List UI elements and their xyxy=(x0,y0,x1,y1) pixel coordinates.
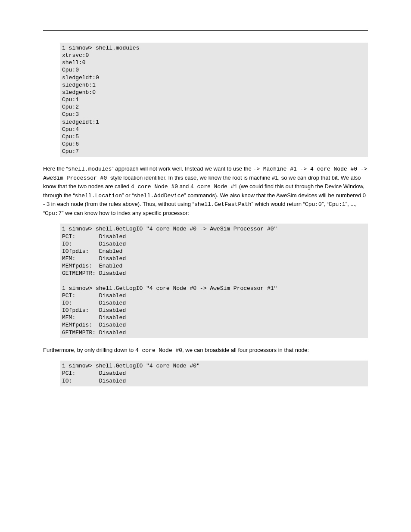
paragraph-2: Furthermore, by only drilling down to 4 … xyxy=(43,346,368,355)
inline-code: shell.GetFastPath xyxy=(194,201,252,208)
inline-code: 4 core Node #1 xyxy=(190,184,237,190)
text: which would return xyxy=(253,201,303,207)
text: approach will not work well. Instead we … xyxy=(114,165,253,172)
text: Here the xyxy=(43,165,66,172)
text: and xyxy=(178,183,190,190)
inline-code: Cpu:1 xyxy=(329,201,346,208)
paragraph-1: Here the “shell.modules” approach will n… xyxy=(43,165,368,218)
inline-code: 4 core Node #0 xyxy=(131,184,178,190)
code-block-3: 1 simnow> shell.GetLogIO "4 core Node #0… xyxy=(60,361,368,386)
text: we can know how to index any specific pr… xyxy=(64,210,189,216)
top-rule xyxy=(43,30,368,31)
text: , xyxy=(324,201,327,207)
text: , we can broadside all four processors i… xyxy=(182,347,309,353)
inline-code: Cpu:7 xyxy=(45,210,62,217)
inline-code: shell.AddDevice xyxy=(134,193,184,199)
inline-code: shell.modules xyxy=(68,166,112,172)
code-block-1: 1 simnow> shell.modules xtrsvc:0 shell:0… xyxy=(60,43,368,157)
inline-code: shell.Location xyxy=(75,193,122,199)
text: or xyxy=(124,192,132,199)
text: , ..., xyxy=(347,201,357,207)
inline-code: Cpu:0 xyxy=(305,201,322,208)
text: Furthermore, by only drilling down to xyxy=(43,347,135,353)
code-block-2: 1 simnow> shell.GetLogIO "4 core Node #0… xyxy=(60,224,368,338)
inline-code: 4 core Node #0 xyxy=(135,347,182,354)
